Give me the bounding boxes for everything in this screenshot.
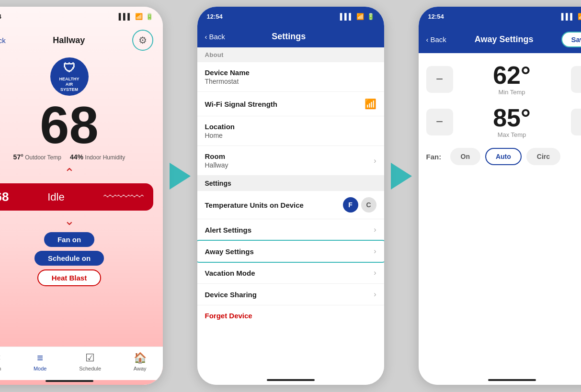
air-text-1: HEALTHY bbox=[59, 77, 80, 82]
about-section-header: About bbox=[197, 47, 384, 62]
fan-on-button[interactable]: Fan on bbox=[44, 232, 94, 247]
arrow-2 bbox=[387, 163, 416, 190]
device-sharing-row[interactable]: Device Sharing › bbox=[197, 284, 384, 305]
heat-blast-button[interactable]: Heat Blast bbox=[37, 269, 101, 286]
schedule-nav-label: Schedule bbox=[79, 366, 101, 371]
status-icons-2: ▌▌▌ 📶 🔋 bbox=[340, 13, 375, 20]
forget-device-row[interactable]: Forget Device bbox=[197, 305, 384, 326]
time-2: 12:54 bbox=[207, 13, 223, 20]
fan-nav-label: Fan bbox=[0, 366, 1, 371]
outdoor-info: 57° Outdoor Temp 44% Indoor Humidity bbox=[0, 153, 163, 161]
action-buttons: Fan on Schedule on Heat Blast bbox=[0, 232, 163, 286]
min-temp-increase-button[interactable]: + bbox=[571, 66, 581, 93]
away-settings-row[interactable]: Away Settings › bbox=[197, 241, 384, 262]
back-label-1: Back bbox=[0, 36, 6, 45]
away-nav-label: Away bbox=[134, 366, 147, 371]
unit-c-button[interactable]: C bbox=[361, 197, 376, 213]
max-temp-value: 85° bbox=[493, 105, 531, 130]
teal-arrow-2 bbox=[391, 163, 412, 190]
max-temp-increase-button[interactable]: + bbox=[571, 109, 581, 135]
alert-settings-row[interactable]: Alert Settings › bbox=[197, 219, 384, 241]
nav-schedule[interactable]: ☑ Schedule bbox=[79, 352, 101, 371]
wifi-label: Wi-Fi Signal Strength bbox=[205, 100, 278, 108]
save-button[interactable]: Save bbox=[561, 32, 581, 47]
min-temp-display: 62° Min Temp bbox=[458, 63, 566, 96]
vacation-mode-label: Vacation Mode bbox=[205, 269, 255, 277]
fan-setting-row: Fan: On Auto Circ bbox=[426, 148, 581, 165]
max-temp-decrease-button[interactable]: − bbox=[426, 109, 453, 135]
teal-arrow-1 bbox=[170, 163, 191, 190]
min-temp-label: Min Temp bbox=[498, 89, 525, 96]
battery-icon-2: 🔋 bbox=[367, 13, 375, 20]
away-nav-row: ‹ Back Away Settings Save bbox=[426, 32, 581, 47]
away-nav-icon: 🏠 bbox=[134, 352, 147, 364]
away-settings-title: Away Settings bbox=[475, 34, 534, 45]
room-row[interactable]: Room Hallway › bbox=[197, 146, 384, 176]
alert-settings-chevron: › bbox=[374, 225, 376, 234]
phone-thermostat: 12:54 ▌▌▌ 📶 🔋 ‹ Back Hallway ⚙ bbox=[0, 7, 163, 385]
settings-list: About Device Name Thermostat Wi-Fi Signa… bbox=[197, 47, 384, 379]
status-label: Idle bbox=[47, 191, 64, 203]
air-text-3: SYSTEM bbox=[60, 87, 78, 92]
settings-nav-row: ‹ Back Settings bbox=[205, 32, 376, 42]
schedule-on-button[interactable]: Schedule on bbox=[34, 251, 104, 266]
device-name-left: Device Name Thermostat bbox=[205, 68, 250, 85]
fan-circ-option[interactable]: Circ bbox=[526, 148, 560, 165]
away-settings-header: ‹ Back Away Settings Save bbox=[419, 26, 581, 53]
wifi-icon-3: 📶 bbox=[578, 13, 581, 20]
phone-away-settings: 12:54 ▌▌▌ 📶 🔋 ‹ Back Away Settings Save bbox=[419, 7, 581, 385]
heat-icon: 〰〰〰 bbox=[103, 189, 144, 205]
air-text-2: AIR bbox=[66, 82, 73, 87]
nav-away[interactable]: 🏠 Away bbox=[134, 352, 147, 371]
location-left: Location Home bbox=[205, 123, 235, 139]
gear-button[interactable]: ⚙ bbox=[132, 30, 153, 51]
vacation-mode-row[interactable]: Vacation Mode › bbox=[197, 262, 384, 284]
away-settings-chevron: › bbox=[374, 247, 376, 256]
gear-icon: ⚙ bbox=[138, 34, 147, 46]
main-temperature: 68 bbox=[0, 99, 163, 151]
air-badge: 🛡 HEALTHY AIR SYSTEM bbox=[50, 57, 89, 96]
away-content: − 62° Min Temp + − 85° Max Temp + bbox=[419, 53, 581, 379]
back-button-2[interactable]: ‹ Back bbox=[205, 33, 225, 41]
time-1: 12:54 bbox=[0, 13, 1, 20]
mode-nav-label: Mode bbox=[34, 366, 47, 371]
device-sharing-label: Device Sharing bbox=[205, 291, 257, 299]
status-icons-3: ▌▌▌ 📶 🔋 bbox=[561, 13, 581, 20]
temp-up-button[interactable]: ⌃ bbox=[0, 166, 163, 180]
phone-settings: 12:54 ▌▌▌ 📶 🔋 ‹ Back Settings bbox=[197, 7, 384, 385]
schedule-nav-icon: ☑ bbox=[85, 352, 95, 364]
temp-unit-label: Temperature Units on Device bbox=[205, 201, 304, 209]
arrow-1 bbox=[166, 163, 194, 190]
temp-down-button[interactable]: ⌄ bbox=[0, 213, 163, 228]
alert-settings-label: Alert Settings bbox=[205, 226, 252, 234]
min-temp-decrease-button[interactable]: − bbox=[426, 66, 453, 93]
wifi-icon-2: 📶 bbox=[356, 13, 364, 20]
page-title-1: Hallway bbox=[53, 35, 85, 45]
nav-fan[interactable]: ❄ Fan bbox=[0, 352, 1, 371]
device-name-row[interactable]: Device Name Thermostat bbox=[197, 62, 384, 92]
fan-nav-icon: ❄ bbox=[0, 352, 1, 364]
vacation-mode-chevron: › bbox=[374, 269, 376, 277]
unit-f-button[interactable]: F bbox=[343, 197, 358, 213]
fan-on-option[interactable]: On bbox=[450, 148, 480, 165]
nav-mode[interactable]: ≡ Mode bbox=[34, 352, 47, 371]
fan-auto-option[interactable]: Auto bbox=[485, 148, 522, 165]
wifi-status-icon: 📶 bbox=[365, 98, 376, 110]
signal-icon-1: ▌▌▌ bbox=[119, 13, 132, 20]
back-button-1[interactable]: ‹ Back bbox=[0, 36, 6, 45]
max-temp-display: 85° Max Temp bbox=[458, 105, 566, 138]
home-indicator-2 bbox=[267, 379, 315, 381]
status-bar-1: 12:54 ▌▌▌ 📶 🔋 bbox=[0, 7, 163, 26]
wifi-row[interactable]: Wi-Fi Signal Strength 📶 bbox=[197, 92, 384, 116]
back-label-2: Back bbox=[209, 33, 225, 41]
location-label: Location bbox=[205, 123, 235, 131]
settings-screen: 12:54 ▌▌▌ 📶 🔋 ‹ Back Settings bbox=[197, 7, 384, 385]
home-indicator-1 bbox=[46, 380, 93, 382]
home-indicator-3 bbox=[488, 379, 536, 381]
min-temp-adjuster: − 62° Min Temp + bbox=[426, 63, 581, 96]
screens-container: 12:54 ▌▌▌ 📶 🔋 ‹ Back Hallway ⚙ bbox=[0, 0, 581, 392]
back-button-3[interactable]: ‹ Back bbox=[426, 35, 446, 44]
location-row[interactable]: Location Home bbox=[197, 116, 384, 146]
fan-setting-label: Fan: bbox=[426, 153, 445, 161]
temp-unit-row[interactable]: Temperature Units on Device F C bbox=[197, 191, 384, 219]
